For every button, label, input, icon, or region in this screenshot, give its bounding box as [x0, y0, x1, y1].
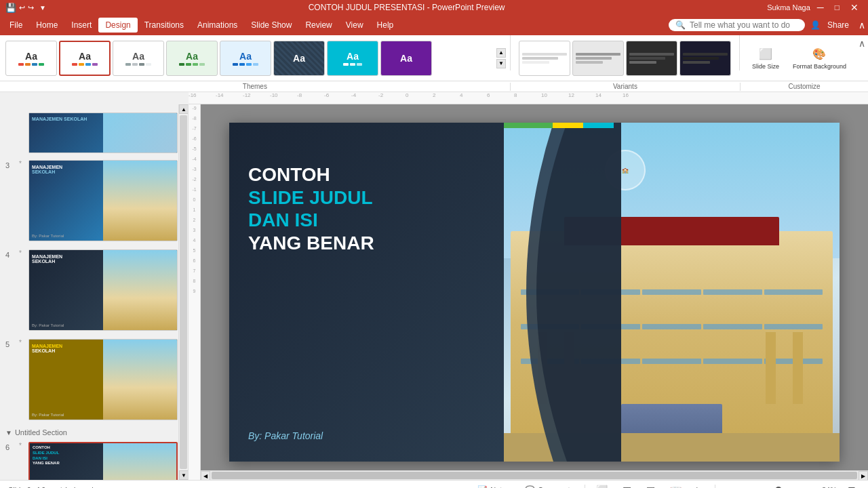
slide-thumb-5[interactable]: MANAJEMEN SEKOLAH By: Pakar Tutorial — [28, 339, 178, 420]
slideshow-btn[interactable]: ▶ — [692, 483, 708, 489]
slide-item-3[interactable]: 3 * MANAJEMEN SEKOLAH By: Pakar Tutorial — [0, 156, 188, 245]
menu-home[interactable]: Home — [29, 18, 64, 33]
menu-bar: File Home Insert Design Transitions Anim… — [0, 15, 868, 35]
theme-item-5[interactable]: Aa — [220, 41, 271, 76]
variant-item-2[interactable] — [572, 41, 624, 76]
slide-thumb-6[interactable]: CONTOH SLIDE JUDUL DAN ISI YANG BENAR By… — [28, 442, 178, 480]
themes-scroll-up[interactable]: ▲ — [496, 48, 506, 58]
slide-star-4: * — [19, 249, 26, 257]
slide-curve-decoration — [486, 123, 621, 462]
zoom-level[interactable]: 84% — [822, 486, 837, 489]
slide-canvas[interactable]: 🏫 CONTOH SLIDE JUDUL DAN ISI YA — [229, 123, 840, 462]
title-bar: 💾 ↩ ↪ ▼ CONTOH JUDUL PRESENTASI - PowerP… — [0, 0, 868, 15]
slide-thumb-top-title: MANAJEMEN SEKOLAH — [32, 116, 87, 123]
undo-icon[interactable]: ↩ — [19, 3, 25, 12]
zoom-out-btn[interactable]: − — [722, 485, 734, 489]
collapse-ribbon-icon[interactable]: ∧ — [859, 38, 865, 49]
theme-item-4[interactable]: Aa — [166, 41, 218, 76]
menu-review[interactable]: Review — [298, 18, 338, 33]
customize-section-label: Customize — [741, 83, 868, 90]
variant-item-4[interactable] — [679, 41, 731, 76]
collapse-ribbon-btn[interactable]: ∧ — [859, 20, 865, 30]
maximize-btn[interactable]: □ — [831, 3, 844, 12]
menu-animations[interactable]: Animations — [191, 18, 244, 33]
close-btn[interactable]: ✕ — [846, 2, 863, 13]
menu-insert[interactable]: Insert — [64, 18, 98, 33]
slide-thumb-4[interactable]: MANAJEMEN SEKOLAH By: Pakar Tutorial — [28, 249, 178, 331]
themes-scroll-down[interactable]: ▼ — [496, 59, 506, 68]
comments-label: Comments — [538, 486, 574, 489]
theme-item-6[interactable]: Aa — [273, 41, 325, 76]
slide-item-5[interactable]: 5 * MANAJEMEN SEKOLAH By: Pakar Tutorial — [0, 335, 188, 424]
canvas-area: -9 -8 -7 -6 -5 -4 -3 -2 -1 0 1 2 3 4 5 6… — [189, 104, 868, 480]
accent-cyan — [583, 123, 614, 128]
slide-text-area[interactable]: CONTOH SLIDE JUDUL DAN ISI YANG BENAR — [248, 163, 374, 254]
quick-access-icon[interactable]: ▼ — [39, 4, 46, 12]
menu-transitions[interactable]: Transitions — [138, 18, 191, 33]
notes-button[interactable]: 📝 Notes — [473, 484, 514, 489]
canvas-scroll-left[interactable]: ◀ — [201, 471, 210, 480]
slide-num-5: 5 — [5, 340, 16, 348]
slide-item-4[interactable]: 4 * MANAJEMEN SEKOLAH By: Pakar Tutorial — [0, 245, 188, 335]
reading-view-btn[interactable]: 📖 — [666, 483, 686, 489]
menu-slideshow[interactable]: Slide Show — [244, 18, 298, 33]
statusbar-right: 📝 Notes 💬 Comments ⬜ ▦ ▤ 📖 ▶ − + 84% ⊡ — [473, 483, 860, 489]
zoom-divider — [715, 485, 715, 489]
scroll-thumb[interactable] — [180, 115, 187, 469]
canvas-scroll-right[interactable]: ▶ — [859, 471, 868, 480]
slide-panel-scrollbar: ▲ ▼ — [178, 104, 188, 480]
thumb-photo-5 — [103, 340, 177, 420]
format-background-button[interactable]: 🎨 Format Background — [789, 45, 850, 72]
zoom-in-btn[interactable]: + — [803, 485, 815, 489]
slide-thumb-3[interactable]: MANAJEMEN SEKOLAH By: Pakar Tutorial — [28, 160, 178, 241]
spell-check-icon: ✓ — [56, 485, 63, 489]
thumb-author-4: By: Pakar Tutorial — [32, 323, 64, 327]
outline-view-btn[interactable]: ▦ — [618, 483, 635, 489]
thumb-text-5: MANAJEMEN SEKOLAH — [32, 344, 62, 353]
thumb-text-3: MANAJEMEN SEKOLAH — [32, 165, 62, 174]
status-bar: Slide 6 of 6 ✓ Indonesian 📝 Notes 💬 Comm… — [0, 480, 868, 488]
share-button[interactable]: Share — [821, 18, 856, 33]
comments-icon: 💬 — [525, 485, 535, 489]
theme-item-1[interactable]: Aa — [5, 41, 57, 76]
slide-num-6: 6 — [5, 443, 16, 451]
slide-item-6[interactable]: 6 * CONTOH SLIDE JUDUL DAN ISI YANG BENA… — [0, 438, 188, 480]
variant-item-3[interactable] — [626, 41, 677, 76]
themes-section-label: Themes — [0, 83, 510, 90]
theme-item-8[interactable]: Aa — [380, 41, 432, 76]
theme-item-2[interactable]: Aa — [59, 41, 111, 76]
menu-view[interactable]: View — [339, 18, 370, 33]
titlebar-right: Sukma Naga ─ □ ✕ — [767, 2, 863, 13]
slide-sorter-btn[interactable]: ▤ — [642, 483, 659, 489]
fit-to-window-btn[interactable]: ⊡ — [844, 483, 860, 489]
scroll-up-btn[interactable]: ▲ — [179, 104, 189, 114]
scroll-down-btn[interactable]: ▼ — [179, 470, 189, 480]
slide-item-top: MANAJEMEN SEKOLAH — [0, 110, 188, 156]
variant-item-1[interactable] — [519, 41, 570, 76]
ribbon-row: Aa Aa Aa — [0, 35, 868, 81]
variants-section-label: Variants — [511, 83, 740, 90]
normal-view-btn[interactable]: ⬜ — [592, 483, 612, 489]
notes-label: Notes — [490, 486, 510, 489]
accent-yellow — [553, 123, 583, 128]
ruler-vertical: -9 -8 -7 -6 -5 -4 -3 -2 -1 0 1 2 3 4 5 6… — [189, 104, 201, 480]
comments-button[interactable]: 💬 Comments — [521, 484, 578, 489]
search-input[interactable] — [690, 20, 798, 30]
minimize-btn[interactable]: ─ — [813, 2, 828, 13]
save-icon[interactable]: 💾 — [5, 3, 16, 13]
slide-size-button[interactable]: ⬜ Slide Size — [748, 45, 783, 72]
canvas-scroll-thumb-h[interactable] — [212, 472, 857, 479]
slide-num-4: 4 — [5, 251, 16, 259]
thumb-text-4: MANAJEMEN SEKOLAH — [32, 254, 62, 264]
theme-item-3[interactable]: Aa — [113, 41, 164, 76]
theme-item-7[interactable]: Aa — [327, 41, 378, 76]
section-label[interactable]: ▼ Untitled Section — [0, 424, 188, 438]
slide-thumb-top[interactable]: MANAJEMEN SEKOLAH — [28, 113, 178, 153]
menu-file[interactable]: File — [3, 18, 29, 33]
search-bar[interactable]: 🔍 — [669, 19, 805, 31]
redo-icon[interactable]: ↪ — [28, 3, 34, 12]
language-indicator[interactable]: ✓ Indonesian — [56, 485, 102, 489]
menu-help[interactable]: Help — [370, 18, 401, 33]
view-divider — [585, 485, 585, 489]
menu-design[interactable]: Design — [98, 18, 137, 33]
